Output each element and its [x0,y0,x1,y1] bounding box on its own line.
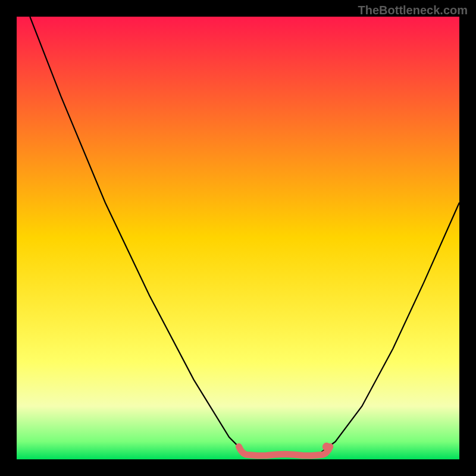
chart-svg [17,17,459,459]
chart-plot-area [17,17,459,459]
gradient-background [17,17,459,459]
watermark-text: TheBottleneck.com [358,4,468,17]
marker-dot [322,443,331,451]
